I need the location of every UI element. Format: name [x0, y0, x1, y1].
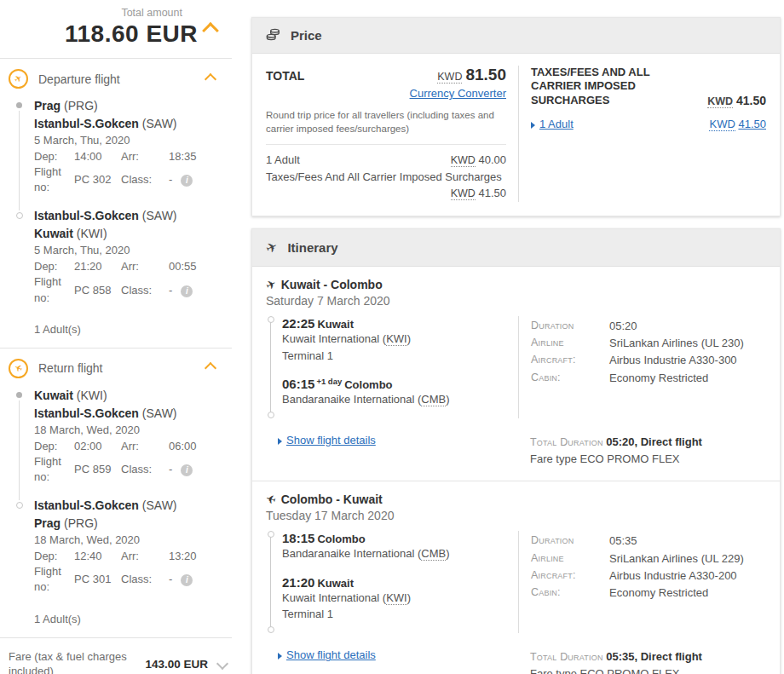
breakdown-value: 40.00	[478, 153, 506, 166]
price-total-column: TOTAL KWD81.50 Currency Converter Round …	[266, 66, 518, 202]
class-value: -	[169, 173, 172, 186]
taxes-adult-link[interactable]: 1 Adult	[539, 118, 574, 130]
stop-city: Colombo	[317, 533, 365, 545]
currency-code: KWD	[707, 95, 733, 108]
duration-value: 05:35	[609, 533, 766, 550]
total-duration-value: 05:20, Direct flight	[606, 435, 702, 448]
landing-plane-icon: ✈	[264, 492, 277, 507]
origin-city: Istanbul-S.Gokcen	[34, 209, 139, 222]
plane-glyph: ✈	[13, 72, 25, 84]
stop-time: 06:15	[282, 377, 314, 391]
departure-stop: 22:25Kuwait Kuwait International (KWI) T…	[282, 316, 518, 364]
aircraft-value: Airbus Industrie A330-200	[609, 567, 766, 585]
leg-details: Duration05:35 AirlineSriLankan Airlines …	[518, 531, 766, 633]
plus-day-badge: +1 day	[316, 377, 342, 386]
segment-date: 5 March, Thu, 2020	[34, 243, 222, 259]
class-value: -	[169, 463, 172, 475]
destination-city: Istanbul-S.Gokcen	[34, 117, 139, 130]
currency-code: KWD	[451, 154, 476, 167]
expand-fare-chevron-icon[interactable]	[216, 658, 228, 670]
total-duration-label: Total Duration	[530, 436, 603, 448]
flight-no: PC 302	[74, 172, 121, 187]
arr-label: Arr:	[121, 149, 169, 164]
collapse-departure-chevron-icon[interactable]	[205, 72, 216, 84]
stop-time: 21:20	[282, 575, 314, 590]
leg-route-title: Kuwait - Colombo	[281, 278, 383, 291]
stop-airport: Bandaranaike International (	[282, 393, 421, 406]
collapse-total-chevron-icon[interactable]	[202, 22, 219, 39]
arr-time: 18:35	[169, 149, 222, 164]
breakdown-label: Taxes/Fees And All Carrier Imposed Surch…	[266, 169, 502, 186]
class-info-icon[interactable]: i	[181, 175, 193, 187]
segment-date: 5 March, Thu, 2020	[34, 133, 222, 149]
class-info-icon[interactable]: i	[181, 574, 193, 586]
collapse-return-chevron-icon[interactable]	[205, 362, 216, 374]
stop-airport: Bandaranaike International (	[282, 547, 421, 560]
arrival-stop: 21:20Kuwait Kuwait International (KWI) T…	[282, 575, 518, 623]
origin-code: (KWI)	[77, 389, 107, 402]
destination-city: Prag	[34, 516, 61, 530]
dep-time: 02:00	[74, 439, 121, 454]
leg-stops-timeline: 22:25Kuwait Kuwait International (KWI) T…	[268, 316, 518, 418]
dep-label: Dep:	[34, 439, 74, 454]
destination-city: Kuwait	[34, 227, 73, 240]
price-body: TOTAL KWD81.50 Currency Converter Round …	[252, 54, 780, 216]
flight-no-label: Flight no:	[34, 454, 74, 485]
arr-time: 13:20	[169, 549, 222, 564]
flight-segment: Istanbul-S.Gokcen (SAW) Kuwait (KWI) 5 M…	[9, 207, 222, 305]
total-duration-label: Total Duration	[530, 651, 603, 663]
airline-value: SriLankan Airlines (UL 229)	[609, 550, 766, 567]
cabin-label: Cabin:	[531, 585, 609, 602]
arr-time: 06:00	[169, 439, 222, 454]
plane-glyph: ✈	[13, 362, 24, 374]
duration-label: Duration	[531, 533, 609, 550]
stop-city: Colombo	[344, 378, 392, 391]
fare-row: Fare (tax & fuel charges included) 143.0…	[0, 638, 232, 674]
departure-plane-icon: ✈	[9, 69, 28, 89]
arr-time: 00:55	[169, 259, 222, 274]
class-info-icon[interactable]: i	[181, 285, 193, 297]
total-amount-text: 118.60 EUR	[65, 20, 198, 47]
flight-no-label: Flight no:	[34, 164, 74, 195]
airline-label: Airline	[531, 335, 609, 352]
arr-label: Arr:	[121, 259, 169, 274]
flight-no: PC 859	[74, 462, 121, 477]
airport-code: CMB	[421, 547, 446, 561]
class-info-icon[interactable]: i	[181, 464, 193, 476]
dep-label: Dep:	[34, 149, 74, 164]
departure-flight-header: ✈ Departure flight	[9, 69, 222, 89]
currency-converter-link[interactable]: Currency Converter	[410, 87, 506, 100]
show-flight-details-link[interactable]: Show flight details	[286, 648, 376, 661]
itinerary-card: ✈ Itinerary ✈Kuwait - Colombo Saturday 7…	[251, 228, 781, 674]
show-flight-details-link[interactable]: Show flight details	[286, 434, 376, 446]
cabin-value: Economy Restricted	[609, 370, 766, 387]
leg-details: Duration05:20 AirlineSriLankan Airlines …	[518, 316, 766, 418]
stop-airport: Kuwait International (	[282, 591, 386, 604]
segment-date: 18 March, Wed, 2020	[34, 423, 222, 439]
return-segments: Kuwait (KWI) Istanbul-S.Gokcen (SAW) 18 …	[9, 387, 222, 596]
destination-code: (SAW)	[142, 406, 177, 420]
aircraft-value: Airbus Industrie A330-300	[609, 352, 766, 369]
taxes-amount-link[interactable]: 41.50	[738, 118, 766, 130]
currency-code: KWD	[451, 187, 476, 200]
flight-no-label: Flight no:	[34, 564, 74, 595]
return-plane-icon: ✈	[9, 359, 28, 378]
class-value: -	[169, 284, 172, 297]
leg-stops-timeline: 18:15Colombo Bandaranaike International …	[268, 531, 518, 633]
return-flight-label: Return flight	[38, 361, 206, 375]
return-flight-section: ✈ Return flight Kuwait (KWI) Istanbul-S.…	[0, 349, 232, 637]
class-label: Class:	[121, 572, 169, 587]
departure-flight-section: ✈ Departure flight Prag (PRG) Istanbul-S…	[0, 59, 232, 348]
taxes-currency-link[interactable]: KWD	[709, 118, 735, 131]
price-card-title: Price	[291, 28, 322, 43]
aircraft-label: Aircraft:	[531, 352, 609, 369]
price-card-header: Price	[252, 18, 780, 54]
origin-city: Prag	[34, 99, 61, 112]
stop-city: Kuwait	[317, 318, 354, 331]
arr-label: Arr:	[121, 439, 169, 454]
price-note: Round trip price for all travellers (inc…	[266, 108, 506, 135]
triangle-bullet-icon	[278, 438, 282, 445]
total-duration-value: 05:35, Direct flight	[606, 650, 702, 663]
airport-code: KWI	[386, 591, 407, 605]
takeoff-plane-icon: ✈	[263, 276, 278, 292]
